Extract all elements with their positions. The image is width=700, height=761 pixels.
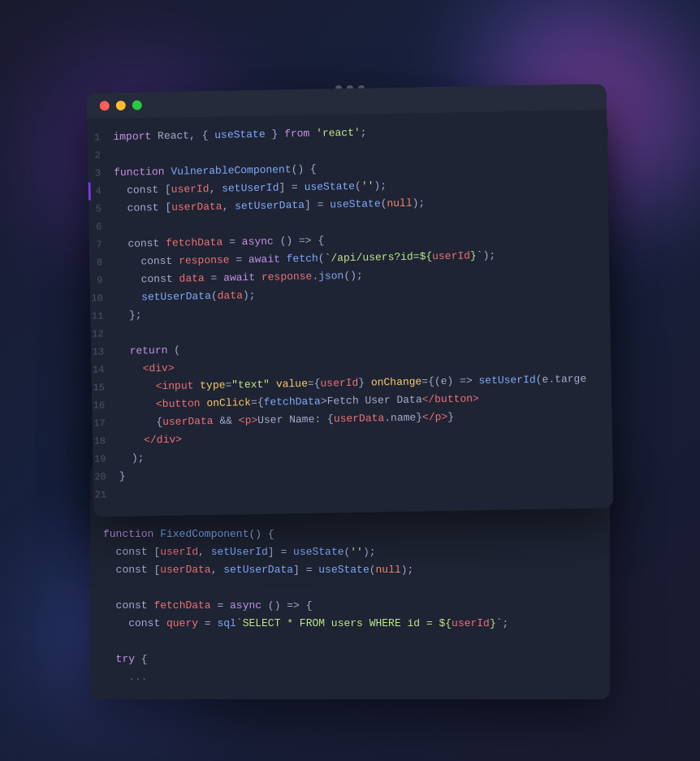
line-number: 14 xyxy=(91,361,117,379)
line-number: 21 xyxy=(93,485,119,504)
line-number: 17 xyxy=(92,414,118,433)
code-line: const [userData, setUserData] = useState… xyxy=(90,561,610,579)
line-number: 7 xyxy=(89,236,115,254)
line-content: const fetchData = async () => { xyxy=(103,597,597,615)
code-line: ... xyxy=(90,668,610,686)
code-line xyxy=(90,633,610,651)
line-number: 20 xyxy=(93,467,119,486)
line-number: 5 xyxy=(89,200,115,218)
line-number: 6 xyxy=(89,218,115,236)
line-number: 13 xyxy=(91,343,117,361)
line-number: 10 xyxy=(90,289,116,308)
line-number: 4 xyxy=(88,182,114,201)
titlebar-dot-yellow-front xyxy=(116,100,126,110)
line-number: 8 xyxy=(89,253,115,272)
code-line: const [userId, setUserId] = useState('')… xyxy=(90,543,610,561)
line-number: 3 xyxy=(88,164,114,183)
code-body-front: 1 import React, { useState } from 'react… xyxy=(87,110,613,517)
code-line: const query = sql`SELECT * FROM users WH… xyxy=(90,615,610,633)
cards-container: 1 import React, { useState } from 'react… xyxy=(82,89,618,673)
line-number: 12 xyxy=(90,325,116,344)
line-content: try { xyxy=(103,651,597,668)
line-content: const [userId, setUserId] = useState('')… xyxy=(103,543,597,561)
line-content: const [userData, setUserData] = useState… xyxy=(103,561,597,579)
code-line: try { xyxy=(90,651,610,668)
line-content: function FixedComponent() { xyxy=(103,525,597,543)
code-card-front: 1 import React, { useState } from 'react… xyxy=(86,84,613,517)
line-number: 9 xyxy=(89,271,115,290)
line-number: 16 xyxy=(92,396,118,415)
line-content: ... xyxy=(103,668,597,686)
line-number: 1 xyxy=(87,128,113,147)
code-line: function FixedComponent() { xyxy=(90,525,610,543)
code-line xyxy=(90,579,610,597)
titlebar-dot-red-front xyxy=(100,101,110,110)
code-line: const fetchData = async () => { xyxy=(90,597,610,615)
line-number: 15 xyxy=(92,378,118,397)
line-number: 18 xyxy=(93,432,119,451)
line-number: 11 xyxy=(90,307,116,326)
titlebar-dot-green-front xyxy=(132,100,142,110)
line-number: 2 xyxy=(88,146,114,165)
accent-bar xyxy=(88,182,90,200)
line-number: 19 xyxy=(93,449,119,468)
line-content: const query = sql`SELECT * FROM users WH… xyxy=(103,615,597,633)
